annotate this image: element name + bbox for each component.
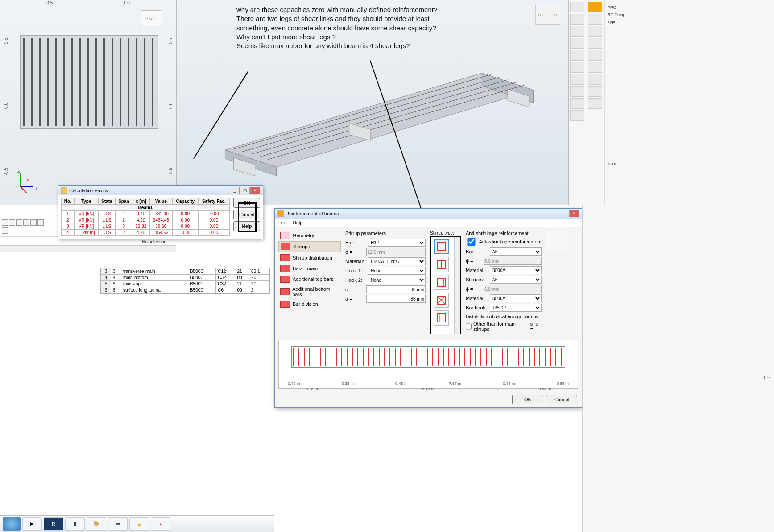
start-button[interactable] bbox=[3, 517, 21, 531]
ruler-top: 0.51.0 bbox=[11, 0, 165, 8]
anti-material2-select[interactable]: B500A bbox=[490, 294, 542, 302]
tool-icon[interactable] bbox=[570, 2, 584, 12]
tool-icon[interactable] bbox=[570, 38, 584, 49]
stirrup-type-list[interactable] bbox=[430, 236, 461, 334]
taskbar-app-icon[interactable]: ▭ bbox=[108, 517, 128, 531]
bottom-right-panel: m - bbox=[582, 205, 774, 532]
pro-label: PRO bbox=[608, 5, 771, 10]
rc-comp-label: RC Comp bbox=[608, 12, 771, 17]
anti-phi-field bbox=[484, 257, 542, 265]
material-select[interactable]: B500A, B or C bbox=[368, 257, 426, 265]
nav-item-additional-top-bars[interactable]: Additional top bars bbox=[278, 274, 341, 284]
nav-item-geometry[interactable]: Geometry bbox=[278, 231, 341, 240]
mini-tool-icon[interactable] bbox=[23, 219, 29, 226]
mini-tool-icon[interactable] bbox=[9, 219, 15, 226]
dialog-titlebar[interactable]: Reinforcement of beams ✕ bbox=[275, 209, 582, 219]
taskbar-app-icon[interactable]: 🎨 bbox=[87, 517, 106, 531]
ok-button[interactable]: OK bbox=[512, 395, 543, 404]
tool-icon[interactable] bbox=[570, 98, 584, 109]
dialog-title: Reinforcement of beams bbox=[286, 211, 339, 216]
anti-shrinkage-checkbox[interactable] bbox=[466, 238, 477, 246]
bottom-tab-strip[interactable] bbox=[0, 245, 176, 252]
taskbar-app-icon[interactable]: ● bbox=[151, 517, 170, 531]
stirrup-type-option-5[interactable] bbox=[434, 310, 449, 326]
taskbar-app-icon[interactable]: R bbox=[44, 517, 63, 531]
tool-icon[interactable] bbox=[570, 26, 584, 37]
dialog-reinforcement-of-beams[interactable]: Reinforcement of beams ✕ File Help Geome… bbox=[274, 208, 582, 408]
viewcube-icon[interactable]: LEFT FRONT bbox=[535, 5, 560, 25]
tool-icon[interactable] bbox=[588, 62, 602, 73]
tool-icon[interactable] bbox=[588, 38, 602, 49]
taskbar-app-icon[interactable]: ▶ bbox=[22, 517, 42, 531]
mini-tool-icon[interactable] bbox=[16, 219, 22, 226]
tool-icon[interactable] bbox=[588, 14, 602, 25]
ok-button[interactable]: OK bbox=[233, 198, 260, 208]
hook2-select[interactable]: None bbox=[368, 276, 426, 284]
c-field[interactable] bbox=[366, 285, 426, 293]
tool-icon[interactable] bbox=[588, 98, 602, 109]
bar-hook-select[interactable]: 135.0 ° bbox=[490, 304, 542, 312]
mini-tool-icon[interactable] bbox=[2, 219, 8, 226]
tool-icon[interactable] bbox=[588, 50, 602, 61]
maximize-button[interactable]: ▢ bbox=[240, 187, 250, 194]
taskbar-app-icon[interactable]: ▲ bbox=[129, 517, 149, 531]
stirrup-type-option-1[interactable] bbox=[434, 239, 449, 254]
right-panel-strip: PRO RC Comp Type Nam bbox=[569, 0, 774, 205]
dialog-titlebar[interactable]: Calculation errors _ ▢ ✕ bbox=[58, 186, 263, 195]
tool-icon[interactable] bbox=[570, 86, 584, 97]
mini-tool-icon[interactable] bbox=[37, 219, 44, 226]
anti-bar-select[interactable]: A6 bbox=[490, 247, 542, 256]
tool-icon[interactable] bbox=[588, 86, 602, 97]
a-field[interactable] bbox=[366, 295, 426, 303]
tool-icon[interactable] bbox=[570, 14, 584, 25]
tool-icon[interactable] bbox=[570, 110, 584, 121]
nav-item-additional-bottom-bars[interactable]: Additional bottom bars bbox=[278, 285, 341, 298]
nav-item-bars-main[interactable]: Bars - main bbox=[278, 264, 341, 273]
table-row: 55main-topB500CC322120 bbox=[101, 281, 269, 287]
mini-tool-icon[interactable] bbox=[2, 227, 8, 234]
other-checkbox[interactable] bbox=[466, 322, 472, 330]
stirrup-parameters-group: Stirrup parameters Bar:H12 ϕ = Material:… bbox=[345, 231, 426, 334]
minimize-button[interactable]: _ bbox=[230, 187, 240, 194]
scrollbar[interactable] bbox=[454, 237, 460, 334]
bars-grid[interactable]: 33transverse-mainB500CC122162 1 44main-b… bbox=[100, 268, 270, 294]
close-button[interactable]: ✕ bbox=[569, 210, 579, 217]
table-row: 66surface longitudinalB500CC6002 bbox=[101, 287, 269, 293]
nav-item-bar-division[interactable]: Bar division bbox=[278, 299, 341, 309]
user-annotation-text: why are these capacities zero with manua… bbox=[236, 5, 442, 50]
hook1-select[interactable]: None bbox=[368, 267, 426, 275]
stirrup-type-option-2[interactable] bbox=[434, 257, 449, 272]
tool-icon[interactable] bbox=[588, 74, 602, 85]
stirrup-type-option-3[interactable] bbox=[434, 275, 449, 290]
bar-select[interactable]: H12 bbox=[368, 239, 426, 247]
viewcube-right-button[interactable]: RIGHT bbox=[141, 10, 162, 26]
mini-tool-icon[interactable] bbox=[30, 219, 37, 226]
tool-icon[interactable] bbox=[570, 50, 584, 61]
menu-file[interactable]: File bbox=[278, 220, 286, 225]
dialog-calculation-errors[interactable]: Calculation errors _ ▢ ✕ No.TypeStateSpa… bbox=[58, 185, 263, 239]
windows-taskbar[interactable]: ▶ R 🖩 🎨 ▭ ▲ ● bbox=[0, 515, 274, 532]
svg-line-5 bbox=[251, 80, 508, 154]
close-button[interactable]: ✕ bbox=[250, 187, 260, 194]
pro-badge-icon bbox=[588, 2, 602, 12]
anti-material-select[interactable]: B500A bbox=[490, 266, 542, 274]
bar-division-icon bbox=[280, 301, 290, 308]
viewport-section[interactable]: 0.51.0 0.50.0-0.5 0.50.0-0.5 RIGHT Z Y X bbox=[0, 0, 176, 205]
tool-icon[interactable] bbox=[570, 74, 584, 85]
cancel-button[interactable]: Cancel bbox=[233, 210, 260, 219]
table-row: 33transverse-mainB500CC122162 1 bbox=[101, 268, 269, 275]
table-row: 3VR [kN]ULS312.3288.660.000.00 bbox=[62, 223, 230, 230]
stirrup-type-option-4[interactable] bbox=[434, 293, 449, 308]
errors-table[interactable]: No.TypeStateSpanx [m]ValueCapacitySafety… bbox=[61, 198, 230, 236]
anti-stirrups-select[interactable]: A6 bbox=[490, 276, 542, 284]
tool-icon[interactable] bbox=[588, 26, 602, 37]
taskbar-app-icon[interactable]: 🖩 bbox=[65, 517, 85, 531]
menu-bar[interactable]: File Help bbox=[275, 219, 582, 227]
dialog-title: Calculation errors bbox=[69, 188, 108, 193]
nav-item-stirrup-distribution[interactable]: Stirrup distribution bbox=[278, 253, 341, 263]
menu-help[interactable]: Help bbox=[293, 220, 303, 225]
nav-item-stirrups[interactable]: Stirrups bbox=[278, 241, 341, 252]
tool-icon[interactable] bbox=[570, 62, 584, 73]
cancel-button[interactable]: Cancel bbox=[546, 395, 577, 404]
help-button[interactable]: Help bbox=[233, 221, 260, 231]
